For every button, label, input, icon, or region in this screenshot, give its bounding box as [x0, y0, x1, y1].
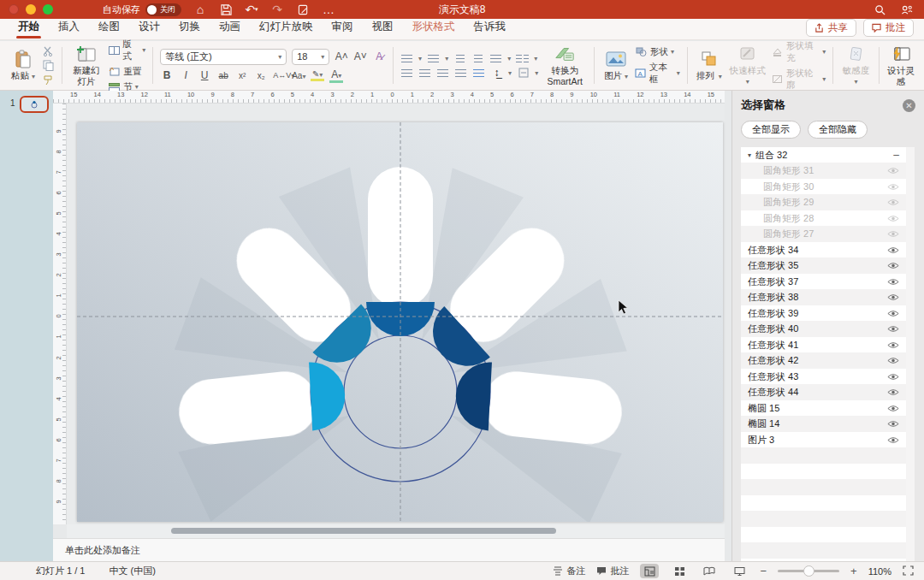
ribbon-tab[interactable]: 动画 [210, 16, 250, 39]
eye-icon[interactable] [887, 405, 899, 412]
ribbon-tab[interactable]: 插入 [49, 16, 89, 39]
undo-button[interactable]: ↶▾ [245, 3, 258, 16]
align-left-icon[interactable] [400, 68, 413, 79]
visibility-mixed-icon[interactable]: – [893, 149, 899, 161]
paste-button[interactable]: 粘贴 ▾ [9, 50, 38, 80]
slide-sorter-view-button[interactable] [670, 564, 689, 578]
bullets-icon[interactable] [400, 53, 413, 64]
eye-icon[interactable] [887, 388, 899, 396]
fit-slide-button[interactable] [903, 565, 914, 577]
eye-icon[interactable] [887, 357, 899, 364]
distribute-icon[interactable] [472, 68, 485, 79]
eye-icon[interactable] [887, 436, 899, 444]
ribbon-tab[interactable]: 切换 [169, 16, 210, 39]
language-indicator[interactable]: 中文 (中国) [109, 565, 155, 577]
redo-button[interactable]: ↷ [270, 3, 284, 16]
zoom-window-button[interactable] [43, 4, 53, 15]
save-as-icon[interactable] [296, 3, 310, 16]
home-icon[interactable]: ⌂ [193, 3, 207, 16]
reading-view-button[interactable] [700, 564, 719, 578]
chevron-down-icon[interactable]: ▾ [748, 151, 751, 159]
font-color-icon[interactable]: A▾ [329, 68, 343, 83]
eye-icon[interactable] [887, 246, 899, 254]
shape-row[interactable]: 椭圆 14 [741, 417, 906, 433]
slide-canvas[interactable] [77, 122, 723, 522]
highlight-color-icon[interactable]: ✎▾ [311, 69, 324, 81]
more-commands-icon[interactable]: … [322, 3, 335, 16]
italic-button[interactable]: I [179, 69, 192, 81]
share-button[interactable]: 共享 [806, 19, 856, 37]
sensitivity-button[interactable]: 敏感度 ▾ [840, 44, 872, 86]
eye-icon[interactable] [887, 341, 899, 349]
shape-row[interactable]: 任意形状 44 [741, 385, 906, 401]
format-painter-icon[interactable] [42, 74, 55, 86]
shape-row[interactable]: 任意形状 43 [741, 369, 906, 385]
strikethrough-button[interactable]: ab [216, 71, 230, 80]
picture-button[interactable]: 图片 ▾ [601, 50, 631, 80]
eye-icon[interactable] [887, 310, 899, 317]
numbering-icon[interactable] [427, 53, 440, 64]
change-case-icon[interactable]: Aa▾ [292, 71, 305, 80]
text-direction-icon[interactable]: ↕̲ [490, 68, 503, 79]
autosave-toggle[interactable]: 关闭 [145, 3, 181, 16]
justify-icon[interactable] [454, 68, 467, 79]
design-ideas-button[interactable]: 设计灵感 [886, 44, 915, 86]
shape-row[interactable]: 任意形状 38 [741, 290, 906, 306]
zoom-in-button[interactable]: + [850, 565, 857, 577]
shape-row[interactable]: 圆角矩形 31 [741, 163, 906, 180]
eye-icon[interactable] [887, 325, 899, 333]
horizontal-ruler[interactable]: 1514131211109876543210123456789101112131… [53, 91, 725, 104]
horizontal-scrollbar-thumb[interactable] [171, 528, 556, 534]
eye-icon[interactable] [887, 262, 899, 269]
eye-icon[interactable] [887, 420, 899, 428]
zoom-level[interactable]: 110% [868, 566, 891, 577]
underline-button[interactable]: U [198, 69, 211, 81]
close-window-button[interactable] [9, 4, 19, 15]
eye-icon[interactable] [887, 198, 899, 206]
minimize-window-button[interactable] [26, 4, 36, 15]
eye-icon[interactable] [887, 167, 899, 175]
shape-fill-button[interactable]: 形状填充 ▾ [772, 40, 826, 64]
eye-icon[interactable] [887, 230, 899, 238]
slideshow-button[interactable] [730, 564, 749, 578]
ribbon-tab[interactable]: 绘图 [89, 16, 129, 39]
ribbon-tab[interactable]: 设计 [129, 16, 169, 39]
normal-view-button[interactable] [640, 564, 659, 578]
eye-icon[interactable] [887, 373, 899, 381]
eye-icon[interactable] [887, 278, 899, 286]
shape-row[interactable]: 图片 3 [741, 432, 906, 448]
eye-icon[interactable] [887, 215, 899, 222]
ribbon-tab[interactable]: 形状格式 [403, 16, 465, 39]
align-right-icon[interactable] [436, 68, 449, 79]
shape-row[interactable]: 任意形状 41 [741, 337, 906, 353]
shape-row[interactable]: 圆角矩形 29 [741, 195, 906, 211]
slide-thumbnail[interactable] [20, 96, 49, 113]
layout-button[interactable]: 版式 ▾ [108, 38, 145, 62]
notes-area[interactable]: 单击此处添加备注 [53, 538, 725, 561]
zoom-slider[interactable] [778, 570, 839, 572]
comments-button[interactable]: 批注 [863, 19, 914, 37]
new-slide-button[interactable]: 新建幻灯片 [69, 44, 104, 86]
decrease-font-icon[interactable]: A˅ [353, 50, 367, 62]
horizontal-scrollbar-track[interactable] [67, 524, 725, 538]
clear-formatting-icon[interactable]: A̷ [372, 50, 386, 62]
ribbon-tab[interactable]: 视图 [363, 16, 403, 39]
shape-row[interactable]: 圆角矩形 27 [741, 227, 906, 243]
line-spacing-icon[interactable] [489, 53, 502, 64]
pane-scrollbar[interactable] [906, 147, 915, 572]
font-size-combo[interactable]: 18▾ [292, 49, 329, 65]
share-user-icon[interactable] [900, 3, 914, 16]
ribbon-tab[interactable]: 审阅 [323, 16, 363, 39]
align-center-icon[interactable] [418, 68, 431, 79]
shape-row[interactable]: 圆角矩形 28 [741, 210, 906, 227]
arrange-button[interactable]: 排列 ▾ [695, 50, 724, 80]
ribbon-tab[interactable]: 开始 [9, 16, 49, 39]
comments-toggle[interactable]: 批注 [596, 565, 629, 577]
hide-all-button[interactable]: 全部隐藏 [808, 121, 868, 139]
shape-row[interactable]: 圆角矩形 30 [741, 179, 906, 195]
superscript-button[interactable]: x² [235, 71, 249, 80]
shape-row[interactable]: 椭圆 15 [741, 400, 906, 417]
vertical-ruler[interactable]: 9876543210123456789 [53, 104, 67, 524]
increase-font-icon[interactable]: A˄ [335, 50, 348, 62]
character-spacing-icon[interactable]: A↔V▾ [273, 71, 287, 80]
